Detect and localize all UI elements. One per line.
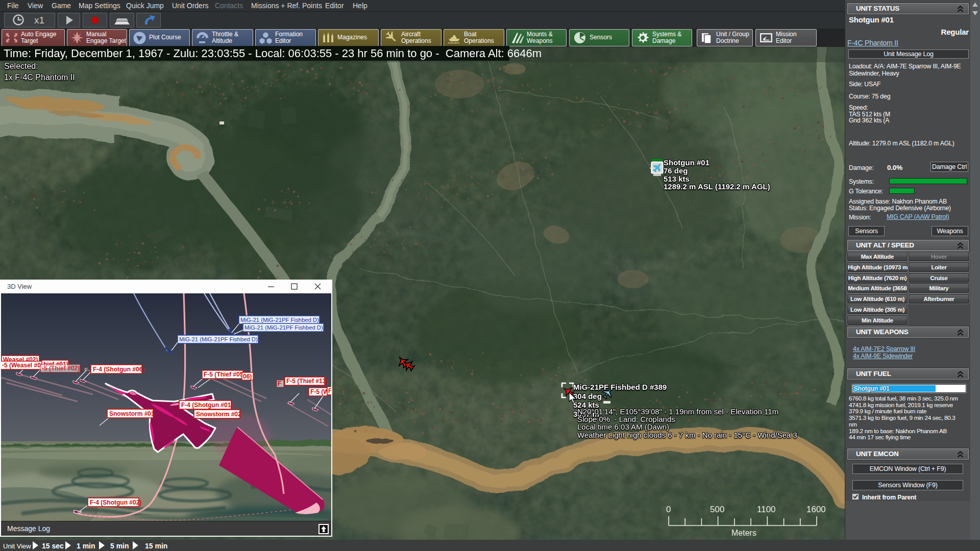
svg-text:MiG-21 (MiG-21PF Fishbed D): MiG-21 (MiG-21PF Fishbed D) — [179, 336, 258, 342]
svg-text:F-5 (Thief #05): F-5 (Thief #05) — [204, 371, 245, 378]
svg-text:F-4 (Shotgun #06): F-4 (Shotgun #06) — [93, 366, 144, 373]
svg-text:06): 06) — [243, 373, 252, 380]
svg-text:Snowstorm #02: Snowstorm #02 — [196, 411, 241, 418]
svg-text:F: F — [278, 380, 281, 387]
svg-text:Snowstorm #01: Snowstorm #01 — [109, 410, 155, 417]
svg-text:MiG-21 (MiG-21PF Fishbed D): MiG-21 (MiG-21PF Fishbed D) — [244, 324, 323, 331]
svg-text:F-: F- — [84, 367, 90, 374]
svg-text:F-4 (Shotgun #01): F-4 (Shotgun #01) — [181, 402, 233, 409]
svg-text:F-5 (W: F-5 (W — [310, 388, 329, 395]
svg-text:MiG-21 (MiG-21PF Fishbed D): MiG-21 (MiG-21PF Fishbed D) — [240, 317, 319, 323]
svg-text:-5 (Thief #02): -5 (Thief #02) — [42, 365, 80, 372]
svg-text:1100: 1100 — [757, 505, 776, 514]
svg-text:500: 500 — [710, 505, 724, 514]
svg-text:Meters: Meters — [731, 529, 756, 537]
svg-text:F-4 (Shotgun #02): F-4 (Shotgun #02) — [90, 499, 141, 506]
svg-text:0: 0 — [666, 505, 671, 514]
svg-text:x1: x1 — [34, 15, 44, 26]
svg-text:1600: 1600 — [806, 505, 826, 514]
svg-text:F-5 (Thief #13): F-5 (Thief #13) — [286, 378, 328, 385]
svg-text:-5 (Weasel #01): -5 (Weasel #01) — [2, 362, 46, 369]
